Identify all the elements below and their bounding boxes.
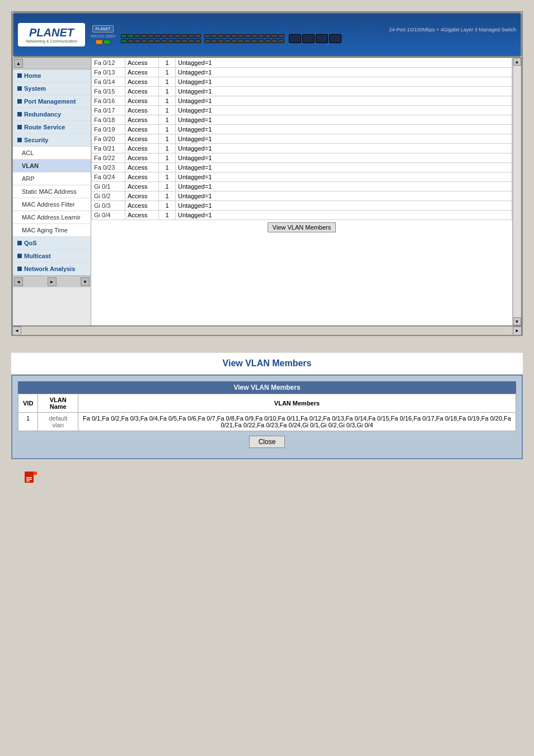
sidebar-scroll-down[interactable]: ▼ (81, 277, 90, 286)
device-panel: PLANET Networking & Communication PLANET… (12, 12, 522, 57)
member-row: 1 default vlan Fa 0/1,Fa 0/2,Fa 0/3,Fa 0… (18, 413, 516, 431)
tagged-cell: Untagged=1 (176, 172, 512, 182)
small-planet-logo: PLANET (92, 25, 113, 32)
tagged-cell: Untagged=1 (176, 106, 512, 115)
mode-cell: Access (125, 153, 159, 163)
brand-logo: PLANET Networking & Communication (18, 23, 85, 46)
vid-cell: 1 (159, 96, 176, 106)
vlan-members-modal: View VLAN Members View VLAN Members VID … (11, 353, 523, 459)
vid-cell: 1 (159, 58, 176, 68)
port-cell: Fa 0/19 (92, 125, 125, 134)
member-vlan-name: default vlan (38, 413, 78, 431)
sidebar-item-mac-filter[interactable]: MAC Address Filter (13, 198, 91, 211)
col-vlan-name: VLAN Name (38, 394, 78, 413)
port-cell: Fa 0/23 (92, 163, 125, 172)
table-row: Fa 0/21 Access 1 Untagged=1 (92, 144, 512, 153)
port-cell: Fa 0/12 (92, 58, 125, 68)
sidebar-item-qos[interactable]: QoS (13, 237, 91, 250)
table-row: Fa 0/23 Access 1 Untagged=1 (92, 163, 512, 172)
mode-cell: Access (125, 192, 159, 201)
port-cell: Fa 0/22 (92, 153, 125, 163)
mode-cell: Access (125, 125, 159, 134)
close-button[interactable]: Close (249, 436, 285, 448)
table-row: Fa 0/22 Access 1 Untagged=1 (92, 153, 512, 163)
mode-cell: Access (125, 182, 159, 192)
mode-cell: Access (125, 106, 159, 115)
mode-cell: Access (125, 211, 159, 220)
sidebar-scroll-up[interactable]: ▲ (14, 59, 23, 68)
port-cell: Fa 0/18 (92, 115, 125, 125)
brand-sub: Networking & Communication (26, 39, 77, 43)
sidebar-item-arp[interactable]: ARP (13, 172, 91, 185)
port-cell: Fa 0/16 (92, 96, 125, 106)
member-vid: 1 (18, 413, 38, 431)
vid-cell: 1 (159, 192, 176, 201)
sidebar-item-security[interactable]: Security (13, 134, 91, 147)
svg-rect-5 (26, 480, 30, 482)
port-cell: Gi 0/4 (92, 211, 125, 220)
table-row: Fa 0/15 Access 1 Untagged=1 (92, 87, 512, 96)
table-row: Fa 0/16 Access 1 Untagged=1 (92, 96, 512, 106)
modal-inner-title: View VLAN Members (18, 381, 516, 394)
sidebar-item-network-analysis[interactable]: Network Analysis (13, 263, 91, 276)
sidebar-item-route-service[interactable]: Route Service (13, 121, 91, 134)
vid-cell: 1 (159, 68, 176, 77)
vid-cell: 1 (159, 153, 176, 163)
table-row: Fa 0/24 Access 1 Untagged=1 (92, 172, 512, 182)
device-title: 24-Port 10/100Mbps + 4Gigabit Layer 3 Ma… (121, 27, 516, 32)
tagged-cell: Untagged=1 (176, 201, 512, 211)
vid-cell: 1 (159, 182, 176, 192)
table-row: Fa 0/12 Access 1 Untagged=1 (92, 58, 512, 68)
mode-cell: Access (125, 68, 159, 77)
tagged-cell: Untagged=1 (176, 134, 512, 144)
sidebar-scroll-left[interactable]: ◄ (14, 277, 23, 286)
scroll-left-button[interactable]: ◄ (12, 326, 21, 335)
vlan-table: Fa 0/12 Access 1 Untagged=1 Fa 0/13 Acce… (91, 58, 512, 220)
sidebar-item-redundancy[interactable]: Redundancy (13, 108, 91, 121)
sidebar-item-multicast[interactable]: Multicast (13, 250, 91, 263)
mode-cell: Access (125, 172, 159, 182)
table-row: Fa 0/14 Access 1 Untagged=1 (92, 77, 512, 87)
port-cell: Gi 0/1 (92, 182, 125, 192)
mode-cell: Access (125, 87, 159, 96)
vid-cell: 1 (159, 106, 176, 115)
sfp-ports (289, 34, 341, 43)
horizontal-scrollbar[interactable]: ◄ ► (12, 326, 522, 335)
main-content: Fa 0/12 Access 1 Untagged=1 Fa 0/13 Acce… (91, 58, 512, 325)
table-row: Gi 0/3 Access 1 Untagged=1 (92, 201, 512, 211)
vid-cell: 1 (159, 172, 176, 182)
mode-cell: Access (125, 134, 159, 144)
mode-cell: Access (125, 115, 159, 125)
scroll-down-button[interactable]: ▼ (513, 318, 521, 325)
tagged-cell: Untagged=1 (176, 58, 512, 68)
sidebar-scroll-right[interactable]: ► (48, 277, 57, 286)
port-cell: Fa 0/21 (92, 144, 125, 153)
tagged-cell: Untagged=1 (176, 163, 512, 172)
sidebar: ▲ Home System Port Management Redundancy (13, 58, 91, 325)
table-row: Fa 0/18 Access 1 Untagged=1 (92, 115, 512, 125)
member-ports: Fa 0/1,Fa 0/2,Fa 0/3,Fa 0/4,Fa 0/5,Fa 0/… (78, 413, 516, 431)
scroll-up-button[interactable]: ▲ (513, 58, 521, 66)
sidebar-item-static-mac[interactable]: Static MAC Address (13, 185, 91, 198)
port-cell: Fa 0/14 (92, 77, 125, 87)
port-cell: Fa 0/15 (92, 87, 125, 96)
vid-cell: 1 (159, 125, 176, 134)
sidebar-item-vlan[interactable]: VLAN (13, 160, 91, 172)
tagged-cell: Untagged=1 (176, 96, 512, 106)
scroll-right-button[interactable]: ► (513, 326, 522, 335)
view-vlan-members-button[interactable]: View VLAN Members (268, 222, 336, 232)
table-row: Gi 0/1 Access 1 Untagged=1 (92, 182, 512, 192)
sidebar-item-port-management[interactable]: Port Management (13, 95, 91, 108)
sidebar-item-system[interactable]: System (13, 82, 91, 95)
tagged-cell: Untagged=1 (176, 211, 512, 220)
sidebar-item-mac-aging[interactable]: MAC Aging Time (13, 224, 91, 237)
mode-cell: Access (125, 58, 159, 68)
sidebar-item-home[interactable]: Home (13, 69, 91, 82)
sidebar-item-acl[interactable]: ACL (13, 147, 91, 160)
port-cell: Fa 0/20 (92, 134, 125, 144)
modal-title: View VLAN Members (223, 358, 312, 368)
tagged-cell: Untagged=1 (176, 87, 512, 96)
sidebar-item-mac-learning[interactable]: MAC Address Learnir (13, 211, 91, 224)
brand-name: PLANET (29, 26, 74, 39)
port-cell: Fa 0/13 (92, 68, 125, 77)
